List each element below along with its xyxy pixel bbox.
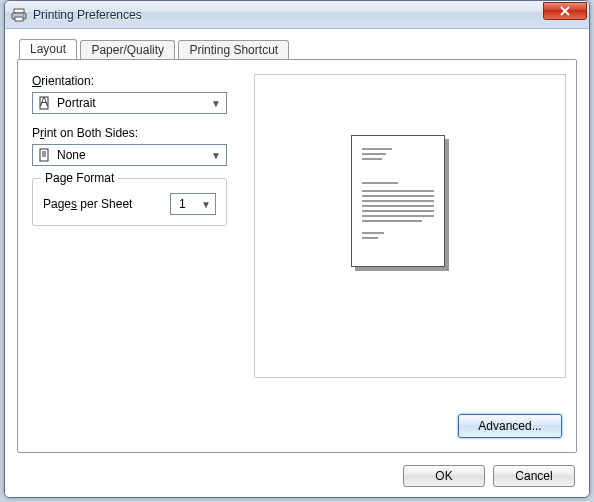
dialog-window: Printing Preferences Layout Paper/Qualit… xyxy=(4,0,590,498)
dialog-buttons: OK Cancel xyxy=(403,465,575,487)
window-title: Printing Preferences xyxy=(33,8,543,22)
tab-paper-quality[interactable]: Paper/Quality xyxy=(80,40,175,60)
client-area: Layout Paper/Quality Printing Shortcut O… xyxy=(5,29,589,497)
pages-per-sheet-label: Pages per Sheet xyxy=(43,197,132,211)
chevron-down-icon: ▼ xyxy=(201,199,211,210)
page-format-legend: Page Format xyxy=(41,171,118,185)
page-format-group: Page Format Pages per Sheet 1 ▼ xyxy=(32,178,227,226)
svg-rect-6 xyxy=(40,149,48,161)
orientation-value: Portrait xyxy=(57,96,210,110)
tabstrip: Layout Paper/Quality Printing Shortcut xyxy=(19,39,577,59)
preview-panel xyxy=(254,74,566,378)
svg-point-3 xyxy=(23,14,25,16)
duplex-value: None xyxy=(57,148,210,162)
chevron-down-icon: ▼ xyxy=(210,150,222,161)
svg-rect-2 xyxy=(15,17,23,21)
tab-printing-shortcut[interactable]: Printing Shortcut xyxy=(178,40,289,60)
cancel-button[interactable]: Cancel xyxy=(493,465,575,487)
tab-layout[interactable]: Layout xyxy=(19,39,77,59)
duplex-combo[interactable]: None ▼ xyxy=(32,144,227,166)
ok-button[interactable]: OK xyxy=(403,465,485,487)
pages-per-sheet-value: 1 xyxy=(179,197,186,211)
advanced-button[interactable]: Advanced... xyxy=(458,414,562,438)
pages-per-sheet-combo[interactable]: 1 ▼ xyxy=(170,193,216,215)
duplex-label: Print on Both Sides: xyxy=(32,126,242,140)
tab-panel-layout: Orientation: A Portrait ▼ Print on Both … xyxy=(17,59,577,453)
page-none-icon xyxy=(37,148,51,162)
orientation-combo[interactable]: A Portrait ▼ xyxy=(32,92,227,114)
printer-icon xyxy=(11,7,27,23)
close-button[interactable] xyxy=(543,2,587,20)
portrait-icon: A xyxy=(37,96,51,110)
titlebar[interactable]: Printing Preferences xyxy=(5,1,589,29)
svg-rect-0 xyxy=(14,9,24,13)
orientation-label: Orientation: xyxy=(32,74,242,88)
svg-text:A: A xyxy=(40,96,48,109)
page-preview-icon xyxy=(351,135,445,267)
chevron-down-icon: ▼ xyxy=(210,98,222,109)
